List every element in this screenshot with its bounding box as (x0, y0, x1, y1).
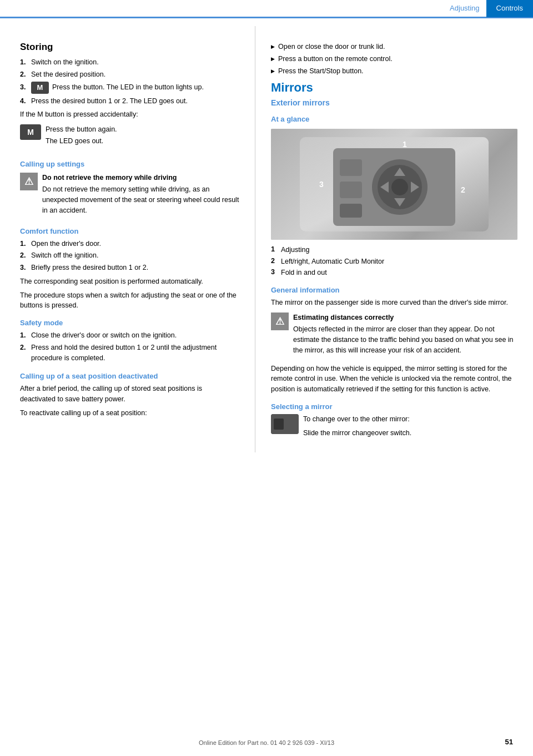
m-button-reminder: M (20, 124, 41, 140)
storing-if-text: If the M button is pressed accidentally: (20, 109, 239, 120)
warning-driving: ⚠ Do not retrieve the memory while drivi… (20, 173, 239, 219)
header-controls: Controls (486, 0, 533, 17)
comfort-title: Comfort function (20, 227, 239, 235)
calling-seat-p2: To reactivate calling up of a seat posit… (20, 408, 239, 419)
mirror-diagram-svg: 1 2 3 (289, 132, 500, 237)
warning-driving-2: Do not retrieve the memory setting while… (42, 184, 239, 215)
warning-icon-estimating: ⚠ (271, 313, 289, 330)
warning-objects-text: Objects reflected in the mirror are clos… (293, 324, 517, 355)
warning-estimating: ⚠ Estimating distances correctly Objects… (271, 313, 517, 359)
bullet-item-2: Press a button on the remote control. (271, 54, 517, 64)
mirror-switch-image (271, 414, 299, 434)
header-adjusting: Adjusting (443, 0, 486, 17)
svg-rect-11 (340, 182, 362, 198)
comfort-steps: 1. Open the driver's door. 2. Switch off… (20, 239, 239, 273)
warning-driving-1: Do not retrieve the memory while driving (42, 173, 239, 183)
storing-reminder-2: The LED goes out. (46, 136, 117, 147)
svg-text:2: 2 (461, 185, 465, 194)
left-column: Storing 1. Switch on the ignition. 2. Se… (0, 26, 255, 452)
comfort-step-3: 3. Briefly press the desired button 1 or… (20, 263, 239, 273)
footer-text: Online Edition for Part no. 01 40 2 926 … (199, 739, 334, 746)
mirrors-title: Mirrors (271, 80, 517, 95)
page-footer: Online Edition for Part no. 01 40 2 926 … (0, 739, 533, 746)
general-info-p1: The mirror on the passenger side is more… (271, 298, 517, 308)
selecting-mirror-row: To change over to the other mirror: Slid… (271, 414, 517, 442)
storing-reminder-1: Press the button again. (46, 124, 117, 135)
comfort-step-1: 1. Open the driver's door. (20, 239, 239, 249)
m-button-step3: M (31, 82, 49, 94)
storing-reminder: M Press the button again. The LED goes o… (20, 124, 239, 150)
general-info-p2: Depending on how the vehicle is equipped… (271, 364, 517, 395)
mirror-diagram-image: 1 2 3 (271, 129, 517, 240)
page-number: 51 (505, 738, 513, 746)
selecting-p2: Slide the mirror changeover switch. (303, 428, 411, 439)
safety-title: Safety mode (20, 319, 239, 327)
exterior-title: Exterior mirrors (271, 98, 517, 107)
at-a-glance: At a glance (271, 115, 517, 123)
right-column: Open or close the door or trunk lid. Pre… (255, 26, 533, 452)
bullet-list: Open or close the door or trunk lid. Pre… (271, 42, 517, 76)
diagram-item-1: 1 Adjusting (271, 245, 517, 255)
diagram-item-2: 2 Left/right, Automatic Curb Monitor (271, 257, 517, 267)
comfort-p2: The procedure stops when a switch for ad… (20, 290, 239, 311)
svg-text:1: 1 (403, 140, 407, 149)
storing-title: Storing (20, 42, 239, 53)
comfort-step-2: 2. Switch off the ignition. (20, 250, 239, 261)
safety-steps: 1. Close the driver's door or switch on … (20, 330, 239, 363)
warning-estimating-title: Estimating distances correctly (293, 313, 517, 323)
calling-seat-p1: After a brief period, the calling up of … (20, 384, 239, 405)
comfort-p1: The corresponding seat position is perfo… (20, 276, 239, 287)
header-divider (0, 18, 533, 18)
calling-seat-title: Calling up of a seat position deactivate… (20, 372, 239, 380)
main-content: Storing 1. Switch on the ignition. 2. Se… (0, 26, 533, 452)
svg-text:3: 3 (319, 180, 324, 189)
page-header: Adjusting Controls (0, 0, 533, 18)
storing-step-3: 3. M Press the button. The LED in the bu… (20, 82, 239, 94)
storing-steps: 1. Switch on the ignition. 2. Set the de… (20, 57, 239, 106)
diagram-item-3: 3 Fold in and out (271, 268, 517, 278)
diagram-legend: 1 Adjusting 2 Left/right, Automatic Curb… (271, 245, 517, 278)
bullet-item-1: Open or close the door or trunk lid. (271, 42, 517, 52)
svg-rect-17 (274, 419, 284, 430)
storing-step-2: 2. Set the desired position. (20, 69, 239, 80)
bullet-item-3: Press the Start/Stop button. (271, 66, 517, 77)
selecting-title: Selecting a mirror (271, 402, 517, 411)
general-info-title: General information (271, 286, 517, 294)
storing-step-4: 4. Press the desired button 1 or 2. The … (20, 96, 239, 107)
svg-rect-10 (340, 159, 362, 176)
storing-step-1: 1. Switch on the ignition. (20, 57, 239, 68)
safety-step-1: 1. Close the driver's door or switch on … (20, 330, 239, 341)
calling-up-title: Calling up settings (20, 160, 239, 168)
warning-icon-driving: ⚠ (20, 173, 38, 190)
selecting-p1: To change over to the other mirror: (303, 414, 411, 425)
svg-point-5 (391, 179, 408, 195)
svg-rect-12 (340, 204, 362, 218)
safety-step-2: 2. Press and hold the desired button 1 o… (20, 342, 239, 364)
